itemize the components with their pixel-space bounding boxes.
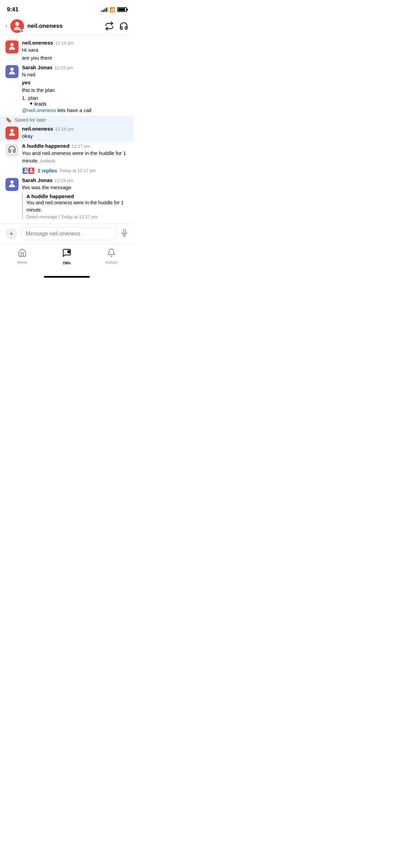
message-list: 1.plan leads: [22, 95, 128, 107]
message-time: 12:15 pm: [54, 65, 73, 70]
dms-icon: [62, 248, 72, 260]
message-input[interactable]: [21, 227, 117, 240]
wifi-icon: 📶: [109, 7, 115, 12]
huddle-title: A huddle happened: [22, 143, 70, 149]
avatar-person-icon: [8, 180, 16, 189]
message-text: are you there: [22, 54, 128, 62]
replies-link[interactable]: 2 replies: [38, 168, 57, 173]
saved-for-later-bar[interactable]: 🔖 Saved for later: [0, 116, 134, 124]
headphones-icon: [8, 145, 16, 155]
bottom-nav: Home DMs Activity: [0, 244, 134, 275]
message-text-suffix: lets have a call: [58, 107, 92, 113]
message-content: Sarah Jonas 12:15 pm hi neil yes this is…: [22, 64, 128, 114]
activity-icon: [107, 248, 116, 259]
huddle-message-row: A huddle happened 12:17 pm You and neil.…: [0, 142, 134, 176]
header-avatar[interactable]: [10, 19, 24, 33]
bullet-icon: [30, 103, 32, 105]
voice-message-button[interactable]: [121, 229, 128, 239]
reply-avatar-red: [27, 167, 35, 174]
reply-avatars: [22, 167, 35, 174]
message-content: Sarah Jonas 12:19 pm this was the messag…: [22, 177, 128, 220]
avatar-person-icon: [29, 168, 34, 173]
back-button[interactable]: ‹: [5, 23, 8, 29]
replies-time: Today at 12:17 pm: [59, 168, 96, 173]
message-avatar: [5, 65, 19, 78]
header-actions: [105, 22, 128, 31]
avatar-person-icon: [13, 22, 21, 30]
message-row: neil.oneness 12:15 pm Hi sara are you th…: [0, 38, 134, 63]
header-username[interactable]: neil.oneness: [27, 23, 105, 29]
online-indicator: [20, 29, 24, 33]
message-text: this was the message: [22, 184, 128, 192]
message-avatar: [5, 126, 19, 140]
avatar-person-icon: [23, 168, 28, 173]
message-text: this is the plan: [22, 86, 128, 94]
message-avatar: [5, 40, 19, 53]
avatar-person-icon: [8, 68, 16, 76]
saved-text: Saved for later: [15, 117, 46, 123]
huddle-avatar: [5, 144, 19, 157]
message-input-area: +: [0, 224, 134, 244]
message-row: Sarah Jonas 12:15 pm hi neil yes this is…: [0, 63, 134, 116]
message-sender: neil.oneness: [22, 126, 53, 132]
add-to-conversation-button[interactable]: [105, 22, 114, 31]
message-time: 12:15 pm: [55, 40, 74, 46]
mention-link[interactable]: @neil.oneness: [22, 107, 56, 113]
message-row: Sarah Jonas 12:19 pm this was the messag…: [0, 176, 134, 221]
message-mention-text: @neil.oneness lets have a call: [22, 107, 128, 114]
svg-point-2: [67, 250, 70, 253]
huddle-content: A huddle happened 12:17 pm You and neil.…: [22, 143, 128, 174]
message-text: hi neil: [22, 71, 128, 79]
nav-item-dms[interactable]: DMs: [45, 247, 89, 266]
battery-icon: [117, 7, 127, 12]
message-avatar: [5, 178, 19, 191]
nav-label-activity: Activity: [106, 260, 118, 264]
message-row-highlighted: neil.oneness 12:16 pm okay: [0, 124, 134, 142]
huddle-button[interactable]: [119, 22, 128, 31]
message-content: neil.oneness 12:16 pm okay: [22, 126, 128, 140]
home-indicator: [44, 276, 90, 278]
nav-item-home[interactable]: Home: [0, 247, 45, 266]
message-sender: Sarah Jonas: [22, 177, 52, 183]
message-content: neil.oneness 12:15 pm Hi sara are you th…: [22, 40, 128, 62]
message-sender: neil.oneness: [22, 40, 53, 46]
message-text: okay: [22, 132, 128, 140]
bookmark-icon: 🔖: [5, 117, 12, 123]
message-time: 12:16 pm: [55, 126, 74, 132]
huddle-body: You and neil.oneness were in the huddle …: [22, 149, 128, 165]
status-icons: 📶: [101, 7, 127, 12]
list-item-numbered: 1.plan: [22, 95, 128, 101]
quoted-body: You and neil.oneness were in the huddle …: [26, 199, 128, 214]
add-attachment-button[interactable]: +: [5, 228, 17, 240]
quoted-footer: Direct message | Today at 12:17 pm: [26, 214, 128, 219]
nav-label-dms: DMs: [63, 261, 71, 265]
edited-tag: (edited): [40, 158, 55, 164]
home-icon: [18, 248, 27, 259]
message-time: 12:19 pm: [54, 178, 73, 183]
status-bar: 9:41 📶: [0, 0, 134, 16]
nav-item-activity[interactable]: Activity: [89, 247, 134, 266]
signal-icon: [101, 7, 107, 12]
thread-replies[interactable]: 2 replies Today at 12:17 pm: [22, 167, 128, 174]
quoted-title: A huddle happened: [26, 193, 128, 199]
message-time: 12:17 pm: [72, 144, 90, 149]
avatar-person-icon: [8, 129, 16, 137]
nav-label-home: Home: [17, 260, 27, 264]
message-text-italic: yes: [22, 79, 128, 87]
messages-area: neil.oneness 12:15 pm Hi sara are you th…: [0, 36, 134, 224]
list-item-bullet: leads: [22, 101, 128, 107]
chat-header: ‹ neil.oneness: [0, 16, 134, 36]
message-text: Hi sara: [22, 46, 128, 54]
message-sender: Sarah Jonas: [22, 64, 52, 70]
status-time: 9:41: [7, 6, 19, 13]
avatar-person-icon: [8, 43, 16, 51]
quoted-message: A huddle happened You and neil.oneness w…: [22, 193, 128, 219]
